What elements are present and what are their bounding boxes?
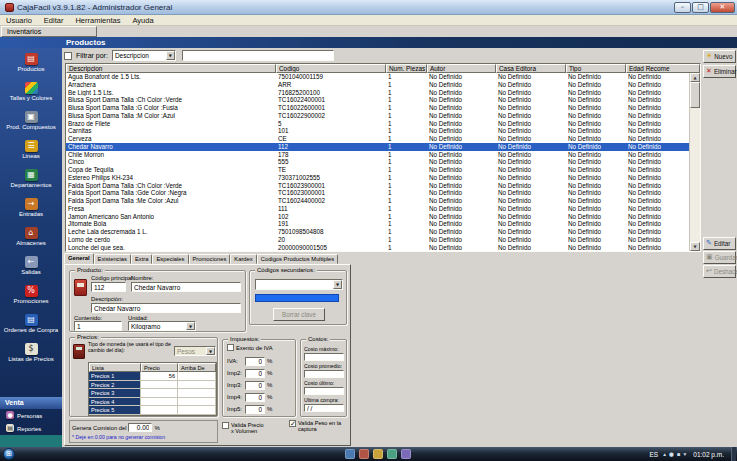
tab-kardex[interactable]: Kardex bbox=[230, 254, 256, 264]
taskbar-app-icon[interactable] bbox=[401, 449, 411, 459]
comision-input[interactable] bbox=[128, 423, 152, 432]
unidad-dropdown[interactable]: Kilogramo ▼ bbox=[128, 321, 196, 331]
tab-inventarios[interactable]: Inventarios bbox=[1, 26, 97, 37]
costo-input[interactable] bbox=[304, 370, 344, 378]
table-row[interactable]: Falda Sport Dama Talla :Ch Color :VerdeT… bbox=[66, 182, 689, 190]
table-row[interactable]: Fresa1111No DefinidoNo DefinidoNo Defini… bbox=[66, 205, 689, 213]
sidebar-item-almacenes[interactable]: ⌂Almacenes bbox=[0, 222, 62, 251]
sidebar-item-productos[interactable]: ▤Productos bbox=[0, 48, 62, 77]
table-row[interactable]: CervezaCE1No DefinidoNo DefinidoNo Defin… bbox=[66, 135, 689, 143]
taskbar-app-icon[interactable] bbox=[359, 449, 369, 459]
scroll-thumb[interactable] bbox=[690, 82, 700, 108]
table-row[interactable]: Blusa Sport Dama Talla :M Color :AzulTC1… bbox=[66, 112, 689, 120]
sidebar-item-promociones[interactable]: %Promociones bbox=[0, 280, 62, 309]
impuesto-input[interactable] bbox=[245, 369, 265, 378]
costo-input[interactable] bbox=[304, 387, 344, 395]
tab-promociones[interactable]: Promociones bbox=[189, 254, 231, 264]
table-row[interactable]: ArracheraARR1No DefinidoNo DefinidoNo De… bbox=[66, 81, 689, 89]
table-row[interactable]: Jitomate Bola1911No DefinidoNo DefinidoN… bbox=[66, 220, 689, 228]
vertical-scrollbar[interactable]: ▲ ▼ bbox=[689, 73, 700, 251]
sidebar-item-lineas[interactable]: ☰Lineas bbox=[0, 135, 62, 164]
precios-row[interactable]: Precios 156 bbox=[89, 372, 216, 381]
impuesto-input[interactable] bbox=[245, 405, 265, 414]
sidebar-item-reportes[interactable]: ▤Reportes bbox=[0, 422, 62, 435]
table-row[interactable]: Jamon Americano San Antonio1021No Defini… bbox=[66, 213, 689, 221]
minimize-button[interactable]: – bbox=[674, 2, 691, 13]
deshacer-button[interactable]: ↩ Deshacer bbox=[703, 265, 736, 278]
precios-row[interactable]: Precios 2 bbox=[89, 381, 216, 390]
start-button[interactable]: ⊞ bbox=[3, 448, 15, 460]
impuesto-input[interactable] bbox=[245, 357, 265, 366]
filter-field-dropdown[interactable]: Descripcion ▼ bbox=[112, 50, 176, 61]
table-row[interactable]: Falda Sport Dama Talla :Gde Color :Negra… bbox=[66, 189, 689, 197]
precios-row[interactable]: Precios 5 bbox=[89, 406, 216, 415]
impuesto-input[interactable] bbox=[245, 381, 265, 390]
table-row[interactable]: Copa de TequilaTE1No DefinidoNo Definido… bbox=[66, 166, 689, 174]
column-header-tipo[interactable]: Tipo bbox=[566, 64, 626, 73]
contenido-input[interactable] bbox=[74, 321, 122, 331]
descripcion-input[interactable] bbox=[91, 303, 241, 313]
table-row[interactable]: Carnitas1011No DefinidoNo DefinidoNo Def… bbox=[66, 127, 689, 135]
tray-icon[interactable]: ▴ bbox=[663, 451, 666, 457]
precios-row[interactable]: Precios 4 bbox=[89, 398, 216, 407]
table-row[interactable]: Chile Morron1781No DefinidoNo DefinidoNo… bbox=[66, 151, 689, 159]
tray-icon[interactable]: ● bbox=[669, 451, 674, 457]
codigo-principal-input[interactable] bbox=[91, 282, 126, 292]
exento-iva-checkbox[interactable]: Exento de IVA bbox=[227, 344, 273, 351]
column-header-codigo[interactable]: Codigo bbox=[276, 64, 386, 73]
sidebar-item-salidas[interactable]: ←Salidas bbox=[0, 251, 62, 280]
codigos-secundarios-dropdown[interactable]: ▼ bbox=[255, 279, 343, 290]
table-row[interactable]: Lonche del que sea.200000900015051No Def… bbox=[66, 244, 689, 252]
guardar-button[interactable]: ▣ Guardar bbox=[703, 251, 736, 264]
sidebar-item-prod-compuestos[interactable]: ▣Prod. Compuestos bbox=[0, 106, 62, 135]
table-row[interactable]: Cinco5551No DefinidoNo DefinidoNo Defini… bbox=[66, 158, 689, 166]
sidebar-item-departamentos[interactable]: ▦Departamentos bbox=[0, 164, 62, 193]
menu-item-ayuda[interactable]: Ayuda bbox=[126, 16, 159, 25]
close-button[interactable]: ✕ bbox=[710, 2, 735, 13]
sidebar-section-venta[interactable]: Venta bbox=[0, 397, 62, 409]
table-row[interactable]: Falda Sport Dama Talla :Me Color :AzulTC… bbox=[66, 197, 689, 205]
tray-icon[interactable]: ▪ bbox=[677, 451, 681, 457]
eliminar-button[interactable]: ✕ Eliminar bbox=[703, 65, 736, 78]
table-row[interactable]: Chedar Navarro1121No DefinidoNo Definido… bbox=[66, 143, 689, 151]
language-indicator[interactable]: ES bbox=[648, 451, 661, 458]
tray-icon[interactable]: ▾ bbox=[684, 451, 687, 457]
impuesto-input[interactable] bbox=[245, 393, 265, 402]
taskbar-app-icon[interactable] bbox=[345, 449, 355, 459]
table-row[interactable]: Estereo Philips KH-2347303710025551No De… bbox=[66, 174, 689, 182]
table-row[interactable]: Brazo de Filete51No DefinidoNo DefinidoN… bbox=[66, 120, 689, 128]
borrar-clave-button[interactable]: Borrar clave bbox=[273, 308, 325, 321]
table-row[interactable]: Be Light 1.5 Lts.7168252001001No Definid… bbox=[66, 89, 689, 97]
costo-input[interactable] bbox=[304, 404, 344, 412]
precios-row[interactable]: Precios 3 bbox=[89, 389, 216, 398]
tab-especiales[interactable]: Especiales bbox=[152, 254, 188, 264]
sidebar-item-personas[interactable]: ●Personas bbox=[0, 409, 62, 422]
column-header-num-piezas[interactable]: Num. Piezas bbox=[386, 64, 427, 73]
taskbar-app-icon[interactable] bbox=[373, 449, 383, 459]
costo-input[interactable] bbox=[304, 353, 344, 361]
scroll-up-button[interactable]: ▲ bbox=[690, 73, 700, 82]
table-row[interactable]: Blusa Sport Dama Talla :Ch Color :VerdeT… bbox=[66, 96, 689, 104]
valida-peso-checkbox[interactable]: ✓ Valida Peso en la captura bbox=[289, 420, 347, 432]
column-header-casa-editora[interactable]: Casa Editora bbox=[496, 64, 566, 73]
moneda-dropdown[interactable]: Pesos ▼ bbox=[174, 346, 216, 356]
column-header-descripcion[interactable]: Descripcion bbox=[66, 64, 276, 73]
table-row[interactable]: Agua Bonafont de 1.5 Lts.75010400011591N… bbox=[66, 73, 689, 81]
sidebar-item-entradas[interactable]: →Entradas bbox=[0, 193, 62, 222]
nombre-input[interactable] bbox=[131, 282, 241, 292]
editar-button[interactable]: ✎ Editar bbox=[703, 237, 736, 250]
tab-extra[interactable]: Extra bbox=[131, 254, 153, 264]
table-row[interactable]: Blusa Sport Dama Talla :G Color :FusiaTC… bbox=[66, 104, 689, 112]
tab-existencias[interactable]: Existencias bbox=[94, 254, 131, 264]
filter-checkbox[interactable] bbox=[64, 52, 72, 60]
valida-precio-checkbox[interactable]: Valida Precio x Volumen bbox=[222, 422, 266, 434]
column-header-edad-recome[interactable]: Edad Recome bbox=[626, 64, 700, 73]
column-header-autor[interactable]: Autor bbox=[427, 64, 496, 73]
scroll-down-button[interactable]: ▼ bbox=[690, 242, 700, 251]
maximize-button[interactable]: □ bbox=[692, 2, 709, 13]
sidebar-item-ordenes-de-compra[interactable]: ▤Ordenes de Compra bbox=[0, 309, 62, 338]
filter-search-input[interactable] bbox=[182, 50, 334, 61]
menu-item-herramientas[interactable]: Herramientas bbox=[69, 16, 126, 25]
table-row[interactable]: Lomo de cerdo201No DefinidoNo DefinidoNo… bbox=[66, 236, 689, 244]
show-desktop-button[interactable] bbox=[731, 447, 736, 461]
